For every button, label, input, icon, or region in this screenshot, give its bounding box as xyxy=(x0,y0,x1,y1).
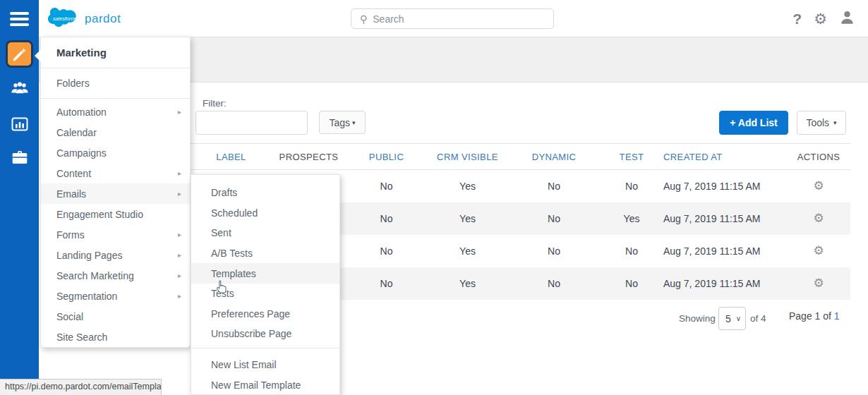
submenu-item-scheduled[interactable]: Scheduled xyxy=(191,203,339,224)
cell-dynamic: No xyxy=(508,170,600,202)
row-actions-gear-icon[interactable]: ⚙ xyxy=(813,179,824,193)
menu-item-forms[interactable]: Forms▸ xyxy=(41,224,190,245)
per-page-select[interactable]: 5 ∨ xyxy=(718,307,746,330)
submenu-item-ab-tests[interactable]: A/B Tests xyxy=(191,243,339,264)
prospects-people-icon[interactable] xyxy=(11,80,29,97)
submenu-item-new-email-template[interactable]: New Email Template xyxy=(191,375,339,395)
row-actions-gear-icon[interactable]: ⚙ xyxy=(813,244,824,257)
page-number-link[interactable]: 1 xyxy=(834,310,840,322)
submenu-arrow-icon: ▸ xyxy=(178,169,181,177)
submenu-arrow-icon: ▸ xyxy=(178,190,181,198)
submenu-item-tests[interactable]: Tests xyxy=(191,284,339,304)
pardot-wordmark: pardot xyxy=(85,12,121,26)
caret-down-icon: ▾ xyxy=(352,119,356,126)
cell-dynamic: No xyxy=(508,202,600,235)
column-header-crm-visible[interactable]: CRM VISIBLE xyxy=(427,144,508,170)
submenu-item-preferences-page[interactable]: Preferences Page xyxy=(191,304,339,324)
submenu-arrow-icon: ▸ xyxy=(178,292,181,300)
search-input[interactable] xyxy=(373,13,553,25)
cell-crm-visible: Yes xyxy=(427,202,508,235)
showing-label: Showing xyxy=(679,313,716,324)
page-indicator: Page 1 of 1 xyxy=(789,310,840,322)
menu-item-search-marketing[interactable]: Search Marketing▸ xyxy=(41,265,190,286)
column-header-test[interactable]: TEST xyxy=(600,144,663,170)
menu-item-landing-pages[interactable]: Landing Pages▸ xyxy=(41,245,190,265)
menu-item-segmentation[interactable]: Segmentation▸ xyxy=(41,286,190,306)
search-icon: ⚲ xyxy=(360,13,367,25)
emails-submenu: Drafts Scheduled Sent A/B Tests Template… xyxy=(191,174,340,395)
column-header-label[interactable]: LABEL xyxy=(191,144,272,170)
table-header-row: LABEL PROSPECTS PUBLIC CRM VISIBLE DYNAM… xyxy=(191,144,850,170)
filter-label: Filter: xyxy=(203,98,227,109)
hamburger-menu-icon[interactable] xyxy=(10,12,29,29)
submenu-divider xyxy=(191,348,339,348)
cell-dynamic: No xyxy=(508,267,600,300)
user-avatar-icon[interactable] xyxy=(839,9,855,28)
cell-public: No xyxy=(346,170,427,202)
column-header-actions: ACTIONS xyxy=(787,144,850,170)
submenu-arrow-icon: ▸ xyxy=(178,108,181,116)
magic-wand-icon xyxy=(11,46,28,63)
tools-dropdown-button[interactable]: Tools▾ xyxy=(797,111,846,135)
menu-item-content[interactable]: Content▸ xyxy=(41,163,190,183)
submenu-item-sent[interactable]: Sent xyxy=(191,223,339,243)
reports-chart-icon[interactable] xyxy=(11,116,29,133)
settings-gear-icon[interactable]: ⚙ xyxy=(814,11,827,26)
cell-crm-visible: Yes xyxy=(427,235,508,267)
row-actions-gear-icon[interactable]: ⚙ xyxy=(813,276,824,290)
toolbox-briefcase-icon[interactable] xyxy=(11,149,29,166)
caret-down-icon: ▾ xyxy=(833,119,837,126)
cell-test: No xyxy=(600,267,663,300)
cell-public: No xyxy=(346,202,427,235)
add-list-button[interactable]: + Add List xyxy=(719,111,788,135)
submenu-arrow-icon: ▸ xyxy=(178,251,181,259)
global-search[interactable]: ⚲ xyxy=(351,8,554,29)
submenu-item-unsubscribe-page[interactable]: Unsubscribe Page xyxy=(191,324,339,344)
chevron-down-icon: ∨ xyxy=(736,315,741,322)
marketing-app-icon[interactable] xyxy=(6,40,33,68)
column-header-public[interactable]: PUBLIC xyxy=(346,144,427,170)
cell-dynamic: No xyxy=(508,235,600,267)
column-header-created-at[interactable]: CREATED AT xyxy=(663,144,787,170)
of-total-label: of 4 xyxy=(750,313,766,324)
cell-created-at: Aug 7, 2019 11:15 AM xyxy=(663,235,787,267)
menu-item-folders[interactable]: Folders xyxy=(41,68,190,99)
menu-item-engagement-studio[interactable]: Engagement Studio xyxy=(41,204,190,224)
menu-item-site-search[interactable]: Site Search xyxy=(41,327,190,347)
menu-item-campaigns[interactable]: Campaigns xyxy=(41,142,190,163)
menu-title-marketing[interactable]: Marketing xyxy=(41,37,190,68)
cell-test: Yes xyxy=(600,202,663,235)
submenu-item-drafts[interactable]: Drafts xyxy=(191,183,339,203)
cell-created-at: Aug 7, 2019 11:15 AM xyxy=(663,202,787,235)
filter-input[interactable] xyxy=(195,111,308,135)
menu-item-automation[interactable]: Automation▸ xyxy=(41,102,190,122)
submenu-arrow-icon: ▸ xyxy=(178,272,181,279)
menu-item-emails[interactable]: Emails▸ xyxy=(41,183,190,204)
cell-crm-visible: Yes xyxy=(427,267,508,300)
column-header-prospects: PROSPECTS xyxy=(272,144,346,170)
svg-text:salesforce: salesforce xyxy=(53,16,76,22)
menu-item-social[interactable]: Social xyxy=(41,306,190,327)
pardot-logo[interactable]: salesforce pardot xyxy=(47,6,121,32)
column-header-dynamic[interactable]: DYNAMIC xyxy=(508,144,600,170)
tags-dropdown-button[interactable]: Tags▾ xyxy=(319,111,366,134)
cell-crm-visible: Yes xyxy=(427,170,508,202)
status-url-tooltip: https://pi.demo.pardot.com/emailTemplate xyxy=(0,379,162,395)
cell-test: No xyxy=(600,170,663,202)
submenu-arrow-icon: ▸ xyxy=(178,231,181,238)
submenu-item-templates[interactable]: Templates xyxy=(191,263,339,284)
marketing-flyout-menu: Marketing Folders Automation▸ Calendar C… xyxy=(40,37,191,348)
row-actions-gear-icon[interactable]: ⚙ xyxy=(813,212,824,225)
cell-created-at: Aug 7, 2019 11:15 AM xyxy=(663,170,787,202)
salesforce-cloud-icon: salesforce xyxy=(47,7,80,31)
app-sidebar xyxy=(0,0,39,395)
cell-public: No xyxy=(346,235,427,267)
cell-created-at: Aug 7, 2019 11:15 AM xyxy=(663,267,787,300)
submenu-item-new-list-email[interactable]: New List Email xyxy=(191,355,339,375)
cell-test: No xyxy=(600,235,663,267)
menu-item-calendar[interactable]: Calendar xyxy=(41,122,190,142)
help-icon[interactable]: ? xyxy=(792,11,802,28)
cell-public: No xyxy=(346,267,427,300)
top-bar: salesforce pardot ⚲ ? ⚙ xyxy=(0,0,868,37)
